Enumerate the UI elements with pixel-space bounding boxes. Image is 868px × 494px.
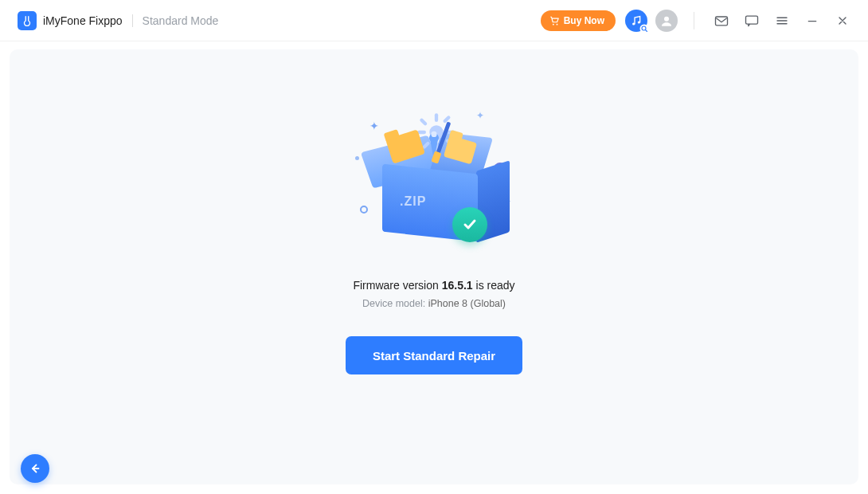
svg-rect-10 (435, 113, 438, 122)
mode-label: Standard Mode (143, 14, 219, 27)
success-check-badge (452, 207, 487, 242)
svg-point-1 (556, 23, 557, 25)
toolbar-cluster (625, 10, 854, 32)
svg-rect-8 (746, 16, 758, 24)
start-standard-repair-button[interactable]: Start Standard Repair (346, 336, 522, 374)
buy-now-label: Buy Now (564, 15, 604, 26)
svg-point-6 (664, 16, 669, 21)
close-button[interactable] (831, 10, 854, 32)
svg-point-0 (553, 23, 554, 25)
feedback-button[interactable] (741, 10, 763, 32)
buy-now-button[interactable]: Buy Now (541, 10, 616, 31)
menu-icon (775, 14, 789, 28)
toolbar-divider (694, 12, 694, 29)
mail-icon (714, 13, 729, 29)
minimize-button[interactable] (801, 10, 823, 32)
svg-rect-14 (419, 118, 428, 127)
mail-button[interactable] (710, 10, 733, 32)
minimize-icon (806, 14, 819, 27)
firmware-status-line: Firmware version 16.5.1 is ready (353, 279, 514, 292)
content-area: ✦ ✦ ✦ (0, 41, 868, 494)
chat-icon (744, 13, 760, 29)
svg-point-2 (632, 22, 635, 25)
svg-point-18 (431, 131, 436, 137)
search-badge-icon (639, 24, 649, 33)
device-model-label: Device model: (362, 298, 428, 309)
app-window: iMyFone Fixppo Standard Mode Buy Now (0, 0, 868, 494)
title-bar: iMyFone Fixppo Standard Mode Buy Now (0, 0, 868, 41)
close-icon (836, 14, 849, 27)
app-logo-block: iMyFone Fixppo (18, 11, 123, 30)
device-model-value: iPhone 8 (Global) (428, 298, 506, 309)
account-button[interactable] (655, 10, 678, 32)
sparkle-icon: ✦ (369, 120, 379, 132)
firmware-box-illustration: ✦ ✦ ✦ (342, 105, 526, 257)
back-button[interactable] (21, 454, 49, 483)
firmware-version: 16.5.1 (442, 279, 473, 292)
music-button[interactable] (625, 10, 647, 32)
app-name: iMyFone Fixppo (43, 14, 123, 27)
title-divider (132, 14, 133, 27)
device-model-line: Device model: iPhone 8 (Global) (362, 298, 506, 309)
sparkle-icon: ✦ (476, 110, 484, 121)
firmware-suffix: is ready (473, 279, 515, 292)
firmware-prefix: Firmware version (353, 279, 441, 292)
cart-icon (549, 15, 560, 26)
arrow-left-icon (28, 461, 42, 476)
decoration-dot (360, 206, 368, 214)
app-logo-icon (18, 11, 37, 30)
zip-label: .ZIP (400, 194, 426, 209)
svg-rect-7 (716, 17, 728, 25)
user-icon (659, 14, 674, 28)
main-panel: ✦ ✦ ✦ (10, 49, 858, 484)
decoration-dot (355, 156, 359, 160)
menu-button[interactable] (771, 10, 793, 32)
check-icon (460, 215, 479, 234)
